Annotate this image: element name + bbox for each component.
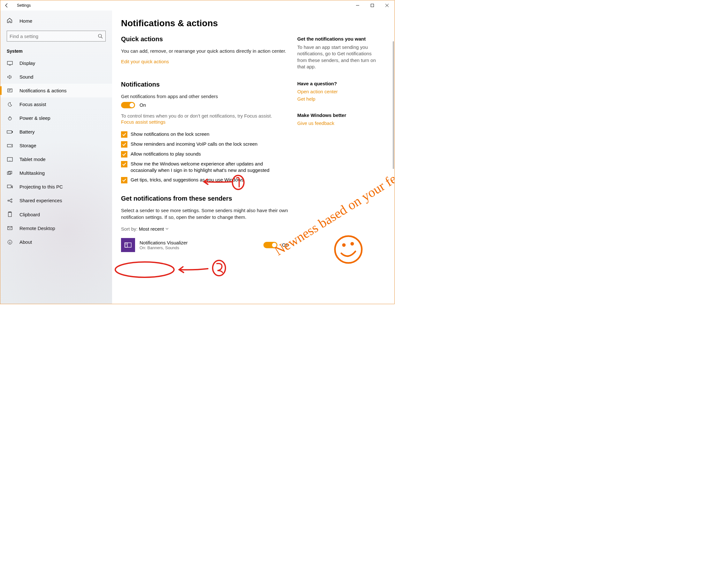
checkbox-welcome-experience[interactable]: Show me the Windows welcome experience a… — [121, 161, 288, 174]
svg-rect-17 — [8, 212, 11, 216]
sender-row[interactable]: Notifications Visualizer On: Banners, So… — [121, 236, 288, 254]
home-nav[interactable]: Home — [0, 14, 112, 28]
checkbox-icon — [121, 161, 127, 167]
minimize-icon — [356, 4, 360, 7]
sidebar: Home System Display Sound Notifications … — [0, 11, 112, 304]
notifications-toggle[interactable] — [121, 102, 135, 108]
sender-toggle[interactable] — [263, 242, 277, 248]
svg-rect-5 — [7, 131, 12, 133]
tablet-icon — [7, 157, 13, 162]
sender-name: Notifications Visualizer — [140, 240, 259, 245]
svg-rect-21 — [125, 243, 131, 247]
checkbox-label: Allow notifications to play sounds — [131, 151, 201, 157]
close-button[interactable] — [380, 0, 394, 11]
sidebar-item-shared-experiences[interactable]: Shared experiences — [0, 193, 112, 207]
sidebar-item-projecting[interactable]: Projecting to this PC — [0, 180, 112, 193]
checkbox-play-sounds[interactable]: Allow notifications to play sounds — [121, 151, 288, 157]
quick-actions-heading: Quick actions — [121, 35, 288, 43]
sidebar-item-clipboard[interactable]: Clipboard — [0, 207, 112, 221]
maximize-button[interactable] — [365, 0, 380, 11]
sidebar-item-storage[interactable]: Storage — [0, 139, 112, 152]
edit-quick-actions-link[interactable]: Edit your quick actions — [121, 59, 169, 64]
side-help-body: To have an app start sending you notific… — [297, 44, 380, 70]
sidebar-item-focus-assist[interactable]: Focus assist — [0, 97, 112, 111]
sidebar-item-label: Focus assist — [19, 102, 46, 107]
checkbox-icon — [121, 151, 127, 157]
svg-rect-12 — [9, 171, 12, 174]
sound-icon — [7, 74, 13, 80]
svg-rect-13 — [7, 185, 11, 188]
checkbox-icon — [121, 141, 127, 148]
checkbox-reminders-voip[interactable]: Show reminders and incoming VoIP calls o… — [121, 141, 288, 148]
home-icon — [7, 18, 13, 24]
sidebar-item-display[interactable]: Display — [0, 56, 112, 70]
sidebar-item-multitasking[interactable]: Multitasking — [0, 166, 112, 180]
checkbox-lock-screen[interactable]: Show notifications on the lock screen — [121, 131, 288, 138]
content-area: Notifications & actions Quick actions Yo… — [112, 11, 394, 304]
svg-rect-3 — [8, 89, 12, 92]
sidebar-item-label: Shared experiences — [19, 198, 62, 203]
svg-rect-22 — [125, 243, 127, 247]
display-icon — [7, 61, 13, 65]
multitasking-icon — [7, 171, 13, 175]
sidebar-item-notifications[interactable]: Notifications & actions — [0, 84, 112, 97]
page-title: Notifications & actions — [121, 18, 288, 28]
checkbox-icon — [121, 177, 127, 183]
quick-actions-body: You can add, remove, or rearrange your q… — [121, 48, 288, 54]
svg-point-8 — [11, 145, 12, 146]
notifications-heading: Notifications — [121, 81, 288, 88]
checkbox-tips-tricks[interactable]: Get tips, tricks, and suggestions as you… — [121, 177, 288, 183]
sidebar-item-about[interactable]: About — [0, 235, 112, 249]
sidebar-item-label: Notifications & actions — [19, 88, 67, 93]
sort-by-value: Most recent — [139, 226, 164, 231]
checkbox-label: Show me the Windows welcome experience a… — [131, 161, 288, 174]
sidebar-item-label: Clipboard — [19, 212, 40, 217]
sidebar-item-label: Tablet mode — [19, 156, 46, 162]
chevron-down-icon — [165, 227, 169, 231]
projecting-icon — [7, 185, 13, 189]
notifications-toggle-label: Get notifications from apps and other se… — [121, 93, 288, 100]
svg-rect-6 — [12, 131, 13, 133]
sidebar-item-label: Projecting to this PC — [19, 184, 63, 189]
arrow-left-icon — [4, 3, 9, 8]
checkbox-icon — [121, 131, 127, 138]
focus-assist-settings-link[interactable]: Focus assist settings — [121, 119, 165, 125]
back-button[interactable] — [0, 0, 13, 11]
give-feedback-link[interactable]: Give us feedback — [297, 120, 380, 126]
checkbox-label: Show reminders and incoming VoIP calls o… — [131, 141, 257, 147]
search-box[interactable] — [7, 31, 106, 42]
side-help-heading: Get the notifications you want — [297, 36, 380, 42]
notifications-toggle-state: On — [140, 102, 146, 108]
sidebar-item-battery[interactable]: Battery — [0, 125, 112, 139]
sender-sub: On: Banners, Sounds — [140, 245, 259, 250]
sort-by-dropdown[interactable]: Sort by: Most recent — [121, 226, 288, 231]
sidebar-item-remote-desktop[interactable]: Remote Desktop — [0, 221, 112, 235]
sidebar-item-power-sleep[interactable]: Power & sleep — [0, 111, 112, 125]
svg-rect-11 — [7, 172, 11, 174]
scrollbar-thumb[interactable] — [393, 41, 394, 169]
svg-point-1 — [98, 34, 102, 37]
sidebar-item-label: Sound — [19, 74, 33, 80]
home-label: Home — [19, 18, 32, 24]
svg-rect-2 — [7, 61, 12, 64]
minimize-button[interactable] — [350, 0, 365, 11]
sidebar-item-label: Power & sleep — [19, 115, 50, 121]
search-input[interactable] — [10, 34, 98, 39]
sidebar-item-tablet-mode[interactable]: Tablet mode — [0, 152, 112, 166]
sidebar-item-sound[interactable]: Sound — [0, 70, 112, 84]
battery-icon — [7, 130, 13, 134]
clipboard-icon — [7, 211, 13, 217]
side-feedback-heading: Make Windows better — [297, 112, 380, 118]
open-action-center-link[interactable]: Open action center — [297, 89, 380, 94]
sidebar-item-label: Multitasking — [19, 170, 45, 176]
svg-point-15 — [11, 199, 12, 200]
sender-app-icon — [121, 238, 135, 252]
sidebar-item-label: Remote Desktop — [19, 225, 55, 231]
scrollbar[interactable] — [393, 41, 394, 304]
checkbox-label: Show notifications on the lock screen — [131, 131, 209, 137]
sidebar-item-label: About — [19, 239, 32, 245]
get-help-link[interactable]: Get help — [297, 96, 380, 102]
info-icon — [7, 239, 13, 245]
remote-desktop-icon — [7, 226, 13, 231]
sender-toggle-state: On — [282, 242, 288, 247]
